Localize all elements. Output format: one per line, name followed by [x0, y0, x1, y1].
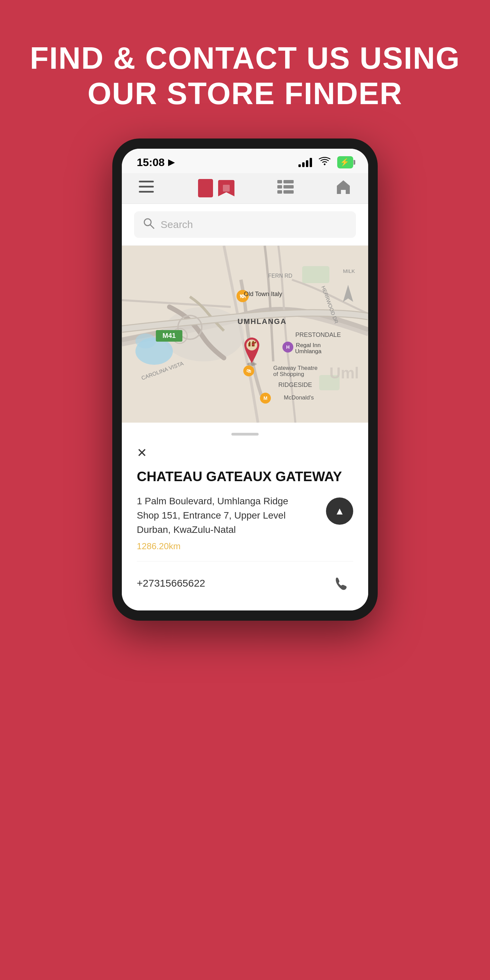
svg-text:🛍: 🛍: [247, 368, 251, 374]
svg-text:H: H: [286, 344, 290, 350]
list-view-icon[interactable]: [277, 180, 294, 197]
svg-rect-55: [255, 342, 256, 343]
svg-text:McDonald's: McDonald's: [284, 395, 314, 401]
svg-point-0: [324, 163, 326, 165]
svg-rect-11: [283, 185, 294, 189]
battery-icon: ⚡: [337, 156, 353, 169]
svg-rect-10: [277, 185, 282, 189]
status-bar: 15:08 ▶: [122, 149, 368, 173]
svg-text:Umhlanga: Umhlanga: [295, 348, 321, 355]
svg-rect-54: [253, 341, 254, 343]
wifi-icon: [319, 156, 331, 169]
store-distance: 1286.20km: [137, 541, 353, 552]
svg-text:M: M: [263, 395, 267, 401]
svg-point-19: [135, 334, 156, 348]
address-line3: Durban, KwaZulu-Natal: [137, 524, 236, 535]
search-bar: Search: [122, 204, 368, 246]
svg-point-56: [252, 343, 254, 345]
search-input[interactable]: Search: [161, 219, 193, 231]
svg-rect-1: [139, 181, 154, 182]
divider: [137, 561, 353, 562]
svg-text:Gateway Theatre: Gateway Theatre: [273, 365, 318, 371]
svg-text:PRESTONDALE: PRESTONDALE: [295, 331, 341, 338]
svg-rect-7: [223, 185, 230, 192]
svg-text:MILK: MILK: [343, 268, 355, 274]
store-info-panel: ✕ CHATEAU GATEAUX GATEWAY 1 Palm Bouleva…: [122, 423, 368, 611]
call-button[interactable]: [329, 571, 353, 595]
svg-text:FERN RD: FERN RD: [268, 273, 292, 279]
svg-text:RIDGESIDE: RIDGESIDE: [278, 382, 312, 388]
nav-bar: [122, 173, 368, 204]
status-icons: ⚡: [298, 156, 353, 169]
clock: 15:08: [137, 156, 165, 169]
svg-text:M41: M41: [163, 332, 176, 339]
store-address: 1 Palm Boulevard, Umhlanga Ridge Shop 15…: [137, 494, 319, 537]
svg-rect-8: [277, 180, 282, 183]
phone-row: +27315665622: [137, 571, 353, 595]
svg-rect-13: [283, 190, 294, 194]
store-address-row: 1 Palm Boulevard, Umhlanga Ridge Shop 15…: [137, 494, 353, 537]
logo-icon: [196, 178, 236, 199]
panel-handle: [231, 433, 259, 436]
svg-rect-9: [283, 180, 294, 183]
close-button[interactable]: ✕: [137, 446, 353, 460]
signal-icon: [298, 158, 312, 167]
svg-rect-2: [139, 186, 154, 188]
search-icon: [143, 218, 154, 232]
svg-text:Uml: Uml: [329, 364, 359, 382]
navigate-button[interactable]: ▲: [326, 498, 353, 525]
home-icon[interactable]: [336, 179, 351, 198]
svg-rect-3: [139, 191, 154, 192]
location-icon: ▶: [168, 158, 174, 167]
svg-rect-53: [249, 342, 250, 343]
phone-screen: 15:08 ▶: [122, 149, 368, 611]
svg-text:UMHLANGA: UMHLANGA: [237, 317, 286, 326]
svg-text:Old Town Italy: Old Town Italy: [244, 291, 282, 298]
svg-text:Regal Inn: Regal Inn: [296, 342, 321, 348]
address-line2: Shop 151, Entrance 7, Upper Level: [137, 510, 285, 520]
menu-icon[interactable]: [139, 181, 154, 196]
phone-number: +27315665622: [137, 578, 205, 589]
svg-rect-12: [277, 190, 282, 194]
address-line1: 1 Palm Boulevard, Umhlanga Ridge: [137, 496, 288, 506]
status-time: 15:08 ▶: [137, 156, 174, 169]
svg-line-15: [150, 225, 154, 228]
phone-frame: 15:08 ▶: [112, 138, 378, 620]
page-title: FIND & CONTACT US USING OUR STORE FINDER: [0, 41, 490, 111]
svg-rect-51: [248, 343, 250, 347]
map-view[interactable]: M41 🍽 Old Town Italy UMHLANGA PRESTONDAL…: [122, 246, 368, 423]
search-input-container[interactable]: Search: [134, 211, 356, 238]
svg-text:of Shopping: of Shopping: [273, 371, 304, 377]
svg-rect-22: [302, 266, 329, 283]
navigate-icon: ▲: [334, 505, 345, 517]
store-name: CHATEAU GATEAUX GATEWAY: [137, 468, 353, 485]
